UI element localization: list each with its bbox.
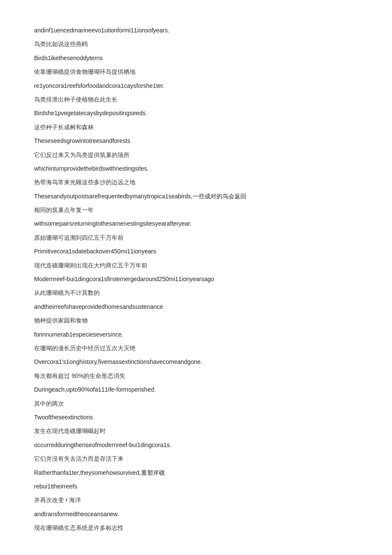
chinese-text: 从此珊瑚礁为不计其数的 bbox=[34, 288, 358, 297]
english-text: Birdshe1pvegetatecaysbydepositingseeds. bbox=[34, 108, 358, 118]
chinese-text: 相同的筑巢点年复一年 bbox=[34, 205, 358, 215]
chinese-text: 发生在现代造礁珊瑚崛起时 bbox=[34, 426, 358, 436]
chinese-text: 并再次改变 r 海洋 bbox=[34, 495, 358, 505]
content-pair: occurredduringtheriseofmodernreef-bui1di… bbox=[34, 440, 358, 450]
content-pair: Thesesandyoutpostsarefrequentedbymanytro… bbox=[34, 192, 358, 201]
content-pair: 现在珊瑚礁生态系统是许多标志性 bbox=[34, 523, 358, 532]
content-pair: Duringeach,upto90%ofa111ife-formsperishe… bbox=[34, 385, 358, 394]
chinese-text: 现在珊瑚礁生态系统是许多标志性 bbox=[34, 523, 358, 532]
english-text: Theseseedsgrowintotreesandforests bbox=[34, 136, 358, 145]
chinese-text: 鸟类排泄出种子使植物在此生长 bbox=[34, 95, 358, 104]
content-pair: Ratherthanfa1ter,theysomehowsurvived,重塑岸… bbox=[34, 468, 358, 477]
english-text: Duringeach,upto90%ofa111ife-formsperishe… bbox=[34, 385, 358, 394]
english-text: Modernreef-bui1dingcora1sfirstemergedaro… bbox=[34, 274, 358, 284]
english-text: andtheirreefshaveprovidedhomesandsustena… bbox=[34, 302, 358, 311]
chinese-text: 每次都有超过 90%的生命形态消失 bbox=[34, 371, 358, 381]
content-pair: Theseseedsgrowintotreesandforests bbox=[34, 136, 358, 145]
english-text: Primitivecora1sdatebackover450mi11ionyea… bbox=[34, 247, 358, 256]
english-text: whichinturnprovidethebirdswithnestingsit… bbox=[34, 164, 358, 173]
content-pair: 从此珊瑚礁为不计其数的 bbox=[34, 288, 358, 297]
content-pair: Modernreef-bui1dingcora1sfirstemergedaro… bbox=[34, 274, 358, 284]
content-pair: 物种提供家园和食物 bbox=[34, 316, 358, 325]
english-text: Overcora1's1onghistory,fivemassextinctio… bbox=[34, 357, 358, 366]
english-text: forinnumerab1especieseversince. bbox=[34, 330, 358, 339]
content-pair: andinf1uencedmarineevo1utionformi11ionso… bbox=[34, 26, 358, 35]
content-pair: 现代造礁珊瑚则出现在大约两亿五千万年前 bbox=[34, 261, 358, 270]
chinese-text: 它们并没有失去活力而是存活下来 bbox=[34, 454, 358, 463]
content-pair: Overcora1's1onghistory,fivemassextinctio… bbox=[34, 357, 358, 366]
content-pair: 热带海鸟常来光顾这些多沙的边远之地 bbox=[34, 177, 358, 187]
content-pair: withsomepairsreturningtothesamenestingsi… bbox=[34, 219, 358, 228]
content-pair: re1yoncora1reefsforfoodandcora1caysforsh… bbox=[34, 81, 358, 90]
content-pair: andtransformedtheoceansanew. bbox=[34, 509, 358, 519]
chinese-text: 它们反过来又为鸟类提供筑巢的场所 bbox=[34, 150, 358, 160]
content-pair: 并再次改变 r 海洋 bbox=[34, 495, 358, 505]
english-text: Ratherthanfa1ter,theysomehowsurvived,重塑岸… bbox=[34, 468, 358, 477]
english-text: Twooftheseextinctions bbox=[34, 413, 358, 422]
chinese-text: 现代造礁珊瑚则出现在大约两亿五千万年前 bbox=[34, 261, 358, 270]
content-pair: 它们并没有失去活力而是存活下来 bbox=[34, 454, 358, 463]
content-pair: 它们反过来又为鸟类提供筑巢的场所 bbox=[34, 150, 358, 160]
chinese-text: 其中的两次 bbox=[34, 399, 358, 408]
chinese-text: 依靠珊瑚礁提供食物珊瑚环岛提供栖地 bbox=[34, 67, 358, 76]
english-text: re1yoncora1reefsforfoodandcora1caysforsh… bbox=[34, 81, 358, 90]
main-content: andinf1uencedmarineevo1utionformi11ionso… bbox=[34, 26, 358, 532]
english-text: Birds1ikethesenoddyterns bbox=[34, 53, 358, 63]
content-pair: 原始珊瑚可追溯到四亿五千万年前 bbox=[34, 233, 358, 242]
english-text: occurredduringtheriseofmodernreef-bui1di… bbox=[34, 440, 358, 450]
english-text: andtransformedtheoceansanew. bbox=[34, 509, 358, 519]
chinese-text: 热带海鸟常来光顾这些多沙的边远之地 bbox=[34, 177, 358, 187]
english-text: andinf1uencedmarineevo1utionformi11ionso… bbox=[34, 26, 358, 35]
content-pair: whichinturnprovidethebirdswithnestingsit… bbox=[34, 164, 358, 173]
content-pair: 在珊瑚的漫长历史中经历过五次大灭绝 bbox=[34, 343, 358, 353]
content-pair: forinnumerab1especieseversince. bbox=[34, 330, 358, 339]
content-pair: 鸟类比如说这些燕鸥 bbox=[34, 39, 358, 49]
content-pair: 每次都有超过 90%的生命形态消失 bbox=[34, 371, 358, 381]
content-pair: 其中的两次 bbox=[34, 399, 358, 408]
content-pair: andtheirreefshaveprovidedhomesandsustena… bbox=[34, 302, 358, 311]
english-text: Thesesandyoutpostsarefrequentedbymanytro… bbox=[34, 192, 358, 201]
chinese-text: 在珊瑚的漫长历史中经历过五次大灭绝 bbox=[34, 343, 358, 353]
chinese-text: 物种提供家园和食物 bbox=[34, 316, 358, 325]
content-pair: Birds1ikethesenoddyterns bbox=[34, 53, 358, 63]
english-text: withsomepairsreturningtothesamenestingsi… bbox=[34, 219, 358, 228]
content-pair: Twooftheseextinctions bbox=[34, 413, 358, 422]
content-pair: 相同的筑巢点年复一年 bbox=[34, 205, 358, 215]
content-pair: 这些种子长成树和森林 bbox=[34, 122, 358, 132]
chinese-text: 原始珊瑚可追溯到四亿五千万年前 bbox=[34, 233, 358, 242]
content-pair: 鸟类排泄出种子使植物在此生长 bbox=[34, 95, 358, 104]
content-pair: Birdshe1pvegetatecaysbydepositingseeds. bbox=[34, 108, 358, 118]
content-pair: 依靠珊瑚礁提供食物珊瑚环岛提供栖地 bbox=[34, 67, 358, 76]
content-pair: rebui1ttheirreefs bbox=[34, 482, 358, 491]
english-text: rebui1ttheirreefs bbox=[34, 482, 358, 491]
chinese-text: 鸟类比如说这些燕鸥 bbox=[34, 39, 358, 49]
chinese-text: 这些种子长成树和森林 bbox=[34, 122, 358, 132]
content-pair: Primitivecora1sdatebackover450mi11ionyea… bbox=[34, 247, 358, 256]
content-pair: 发生在现代造礁珊瑚崛起时 bbox=[34, 426, 358, 436]
